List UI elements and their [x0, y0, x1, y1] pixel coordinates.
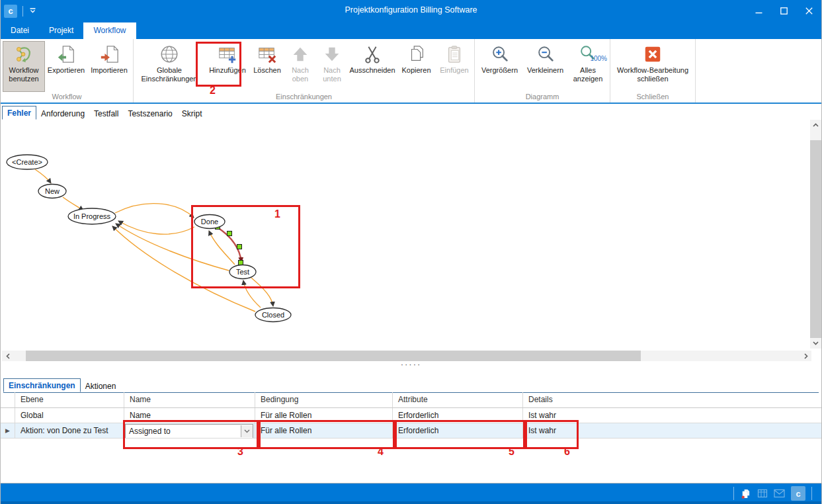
ribbon-group-diagramm: Vergrößern Verkleinern 100% Alles anzeig…: [474, 39, 610, 103]
window-controls: [746, 0, 821, 22]
zoom-out-icon: [535, 44, 556, 65]
workflow-benutzen-button[interactable]: Workflow benutzen: [3, 41, 45, 92]
einfuegen-button[interactable]: Einfügen: [436, 41, 472, 92]
panel-splitter[interactable]: ·····: [1, 361, 821, 372]
column-header-ebene[interactable]: Ebene: [15, 392, 124, 407]
tab-testszenario[interactable]: Testszenario: [123, 107, 177, 120]
name-combobox[interactable]: Assigned to: [125, 424, 253, 438]
quick-access-dropdown-icon[interactable]: [29, 8, 36, 14]
exportieren-button[interactable]: Exportieren: [45, 41, 87, 92]
tab-fehler[interactable]: Fehler: [2, 106, 36, 120]
maximize-button[interactable]: [771, 0, 796, 22]
workflow-node-label: Done: [201, 218, 218, 226]
cell-bedingung[interactable]: Für alle Rollen: [255, 423, 393, 438]
divider: [733, 487, 734, 500]
workflow-edge-new-to-inprogress[interactable]: [63, 197, 83, 210]
workflow-bearbeitung-schliessen-button[interactable]: Workflow-Bearbeitung schließen: [612, 41, 693, 92]
table-status-icon[interactable]: [757, 488, 768, 499]
cell-attribute[interactable]: Erforderlich: [393, 423, 523, 438]
alles-anzeigen-button[interactable]: 100% Alles anzeigen: [568, 41, 608, 92]
scroll-left-icon[interactable]: [2, 351, 13, 361]
divider: [811, 487, 812, 500]
close-workflow-icon: [642, 44, 663, 65]
workflow-diagram: <Create>NewIn ProgressDoneTestClosed: [2, 120, 811, 351]
app-icon[interactable]: c: [4, 5, 17, 18]
button-label: Workflow benutzen: [5, 66, 43, 83]
tab-aktionen[interactable]: Aktionen: [81, 380, 121, 392]
tab-anforderung[interactable]: Anforderung: [36, 107, 89, 120]
workflow-type-tabs: Fehler Anforderung Testfall Testszenario…: [2, 106, 820, 120]
row-selector-header: [1, 392, 15, 407]
copy-icon: [406, 44, 427, 65]
workflow-edge-create-to-new[interactable]: [35, 169, 51, 183]
table-row-selected[interactable]: ▶ Aktion: von Done zu Test Assigned to F…: [1, 423, 821, 439]
ausschneiden-button[interactable]: Ausschneiden: [349, 41, 396, 92]
importieren-button[interactable]: Importieren: [87, 41, 131, 92]
edge-handle[interactable]: [227, 231, 232, 236]
combobox-value: Assigned to: [126, 425, 241, 437]
nach-unten-button[interactable]: Nach unten: [315, 41, 349, 92]
row-selector[interactable]: [1, 408, 15, 423]
loeschen-button[interactable]: Löschen: [249, 41, 285, 92]
tab-workflow[interactable]: Workflow: [83, 22, 136, 39]
column-header-name[interactable]: Name: [124, 392, 255, 407]
zoom-in-icon: [489, 44, 511, 65]
scroll-right-icon[interactable]: [800, 351, 811, 361]
copy-status-icon[interactable]: [740, 488, 751, 499]
close-button[interactable]: [796, 0, 821, 22]
scroll-down-icon[interactable]: [810, 338, 821, 349]
edge-handle[interactable]: [237, 245, 242, 249]
cell-name[interactable]: Name: [124, 408, 255, 423]
ribbon-group-label: Einschränkungen: [134, 93, 474, 101]
cell-name: Assigned to: [124, 423, 255, 438]
vertical-scroll-thumb[interactable]: [810, 140, 821, 338]
edge-handle[interactable]: [239, 261, 243, 265]
cell-details[interactable]: Ist wahr: [523, 423, 821, 438]
cell-ebene[interactable]: Aktion: von Done zu Test: [15, 423, 124, 438]
column-header-attribute[interactable]: Attribute: [393, 392, 523, 407]
column-header-bedingung[interactable]: Bedingung: [255, 392, 393, 407]
move-up-icon: [290, 44, 311, 65]
cell-attribute[interactable]: Erforderlich: [393, 408, 523, 423]
button-label: Vergrößern: [481, 66, 518, 75]
mail-status-icon[interactable]: [774, 489, 785, 498]
tab-projekt[interactable]: Projekt: [39, 22, 83, 39]
scroll-up-icon[interactable]: [810, 120, 821, 130]
button-label: Nach unten: [317, 66, 347, 83]
vertical-scrollbar[interactable]: [810, 120, 821, 349]
workflow-node-label: Test: [236, 268, 249, 276]
cell-bedingung[interactable]: Für alle Rollen: [255, 408, 393, 423]
button-label: Löschen: [253, 66, 281, 75]
chevron-down-icon[interactable]: [241, 425, 253, 437]
button-label: Workflow-Bearbeitung schließen: [614, 66, 691, 83]
cell-details[interactable]: Ist wahr: [523, 408, 821, 423]
workflow-edge-test-to-inprogress[interactable]: [116, 224, 229, 271]
workflow-edge-inprogress-to-done[interactable]: [115, 204, 194, 218]
constraints-panel-tabs: Einschränkungen Aktionen: [3, 378, 819, 393]
button-label: Alles anzeigen: [570, 66, 606, 83]
verkleinern-button[interactable]: Verkleinern: [522, 41, 568, 92]
kopieren-button[interactable]: Kopieren: [396, 41, 436, 92]
tab-datei[interactable]: Datei: [1, 22, 39, 39]
tab-einschraenkungen[interactable]: Einschränkungen: [3, 378, 81, 392]
app-c-icon[interactable]: c: [791, 486, 805, 501]
workflow-diagram-canvas[interactable]: <Create>NewIn ProgressDoneTestClosed: [2, 120, 811, 351]
globale-einschraenkungen-button[interactable]: Globale Einschränkungen: [136, 41, 203, 92]
ribbon: Workflow benutzen Exportieren Importiere…: [1, 39, 821, 104]
nach-oben-button[interactable]: Nach oben: [285, 41, 315, 92]
ribbon-group-label: Workflow: [1, 93, 133, 101]
horizontal-scroll-thumb[interactable]: [26, 351, 641, 361]
workflow-edge-closed-to-test[interactable]: [243, 280, 261, 308]
tab-testfall[interactable]: Testfall: [89, 107, 123, 120]
cell-ebene[interactable]: Global: [15, 408, 124, 423]
column-header-details[interactable]: Details: [523, 392, 821, 407]
delete-constraint-icon: [257, 44, 278, 65]
paste-icon: [444, 44, 465, 65]
vergroessern-button[interactable]: Vergrößern: [477, 41, 522, 92]
app-icon-glyph: c: [796, 489, 800, 499]
tab-skript[interactable]: Skript: [177, 107, 207, 120]
minimize-button[interactable]: [746, 0, 771, 22]
button-label: Importieren: [91, 66, 128, 75]
table-row[interactable]: Global Name Für alle Rollen Erforderlich…: [1, 408, 821, 423]
hinzufuegen-button[interactable]: Hinzufügen: [206, 41, 249, 92]
